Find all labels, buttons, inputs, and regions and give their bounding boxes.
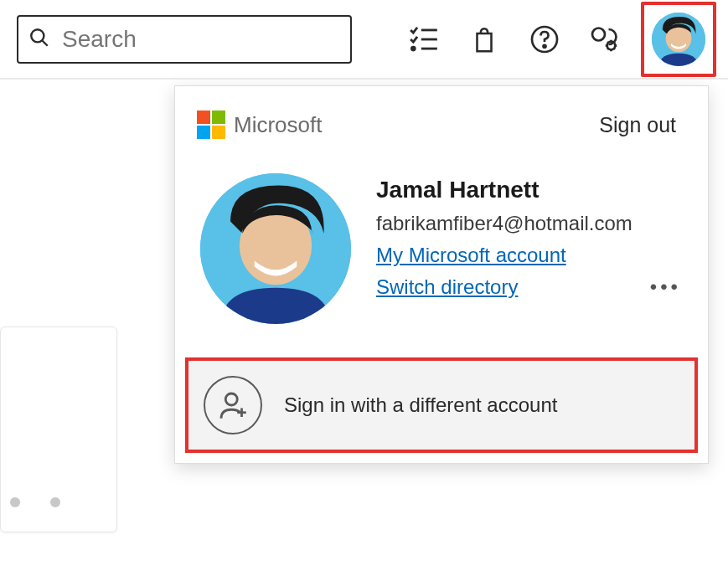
sign-in-different-account-button[interactable]: Sign in with a different account: [185, 357, 698, 453]
search-box[interactable]: [17, 15, 352, 64]
search-icon: [28, 27, 50, 52]
user-email: fabrikamfiber4@hotmail.com: [376, 212, 683, 235]
switch-directory-link[interactable]: Switch directory: [376, 275, 518, 299]
settings-icon[interactable]: [581, 15, 629, 64]
sign-in-different-label: Sign in with a different account: [284, 393, 557, 417]
checklist-icon[interactable]: [400, 15, 448, 64]
sign-out-link[interactable]: Sign out: [599, 113, 676, 137]
svg-line-3: [42, 40, 48, 46]
svg-point-10: [592, 28, 605, 40]
svg-point-6: [411, 47, 415, 50]
microsoft-brand: Microsoft: [197, 111, 322, 139]
avatar-icon: [652, 13, 705, 66]
more-options-icon[interactable]: •••: [650, 275, 683, 299]
search-input[interactable]: [62, 26, 340, 53]
svg-point-9: [544, 44, 546, 47]
account-popover: Microsoft Sign out Jamal Hartnett fabrik…: [174, 85, 709, 464]
svg-point-2: [31, 29, 44, 42]
my-microsoft-account-link[interactable]: My Microsoft account: [376, 244, 683, 267]
avatar-large: [200, 173, 351, 324]
brand-label: Microsoft: [234, 112, 322, 138]
microsoft-logo-icon: [197, 111, 225, 139]
help-icon[interactable]: [520, 15, 569, 64]
svg-line-18: [614, 42, 616, 44]
svg-point-20: [225, 393, 237, 405]
user-name: Jamal Hartnett: [376, 177, 683, 203]
carousel-dots: [10, 497, 60, 507]
profile-avatar-button[interactable]: [641, 2, 716, 77]
person-add-icon: [204, 376, 262, 434]
svg-line-16: [607, 42, 609, 44]
svg-line-19: [607, 48, 609, 49]
svg-line-17: [614, 48, 616, 49]
shopping-bag-icon[interactable]: [460, 15, 509, 64]
